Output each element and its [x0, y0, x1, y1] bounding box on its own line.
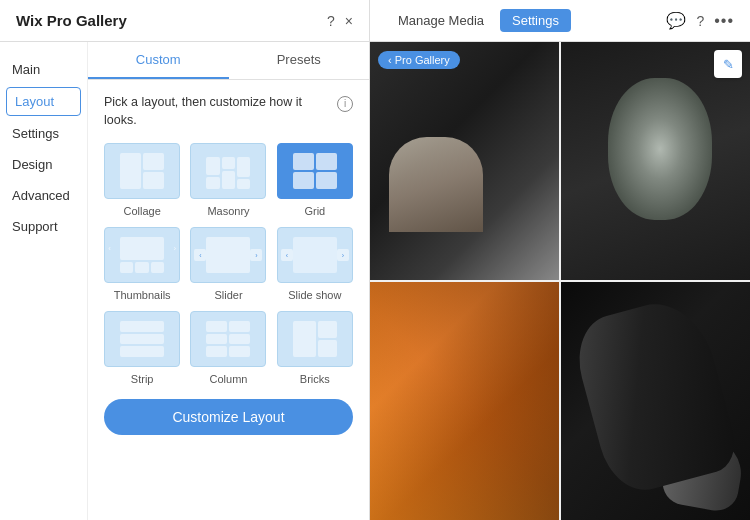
gallery-cell-1 [370, 42, 559, 280]
layout-item-strip[interactable]: Strip [104, 311, 180, 385]
layout-item-collage[interactable]: Collage [104, 143, 180, 217]
layout-thumb-strip [104, 311, 180, 367]
top-bar-right-icons: 💬 ? ••• [666, 11, 734, 30]
layout-item-masonry[interactable]: Masonry [190, 143, 266, 217]
edit-icon[interactable]: ✎ [714, 50, 742, 78]
layout-item-column[interactable]: Column [190, 311, 266, 385]
pro-gallery-badge[interactable]: ‹ Pro Gallery [378, 51, 460, 69]
sidebar-nav: Main Layout Settings Design Advanced Sup… [0, 42, 88, 520]
layout-label-column: Column [210, 373, 248, 385]
panel-body: Pick a layout, then customize how it loo… [88, 80, 369, 520]
more-icon[interactable]: ••• [714, 12, 734, 30]
layout-label-slider: Slider [214, 289, 242, 301]
panel-content: Custom Presets Pick a layout, then custo… [88, 42, 369, 520]
left-panel-inner: Main Layout Settings Design Advanced Sup… [0, 42, 369, 520]
help-icon[interactable]: ? [327, 13, 335, 29]
layout-thumb-thumbnails: ‹ › [104, 227, 180, 283]
gallery-cell-3 [370, 282, 559, 520]
right-panel: ‹ Pro Gallery ✎ [370, 42, 750, 520]
layout-label-collage: Collage [124, 205, 161, 217]
top-bar-left-icons: ? × [327, 13, 353, 29]
tab-presets[interactable]: Presets [229, 42, 370, 79]
layout-tabs: Custom Presets [88, 42, 369, 80]
layout-item-grid[interactable]: Grid [277, 143, 353, 217]
question-icon[interactable]: ? [696, 13, 704, 29]
layout-item-bricks[interactable]: Bricks [277, 311, 353, 385]
layout-thumb-masonry [190, 143, 266, 199]
layout-grid: Collage [104, 143, 353, 385]
layout-thumb-slideshow: ‹ › [277, 227, 353, 283]
info-icon[interactable]: i [337, 96, 353, 112]
gallery-header: ‹ Pro Gallery [378, 50, 460, 68]
sidebar-item-design[interactable]: Design [0, 149, 87, 180]
layout-thumb-slider: ‹ › [190, 227, 266, 283]
close-icon[interactable]: × [345, 13, 353, 29]
layout-thumb-column [190, 311, 266, 367]
layout-label-thumbnails: Thumbnails [114, 289, 171, 301]
left-panel: Main Layout Settings Design Advanced Sup… [0, 42, 370, 520]
customize-layout-button[interactable]: Customize Layout [104, 399, 353, 435]
app-title: Wix Pro Gallery [16, 12, 327, 29]
sidebar-item-support[interactable]: Support [0, 211, 87, 242]
layout-thumb-bricks [277, 311, 353, 367]
layout-label-grid: Grid [304, 205, 325, 217]
gallery-grid [370, 42, 750, 520]
sidebar-item-main[interactable]: Main [0, 54, 87, 85]
top-bar-right: Manage Media Settings 💬 ? ••• [370, 0, 750, 41]
tab-manage-media[interactable]: Manage Media [386, 9, 496, 32]
gallery-cell-4 [561, 282, 750, 520]
layout-item-slider[interactable]: ‹ › Slider [190, 227, 266, 301]
layout-label-slideshow: Slide show [288, 289, 341, 301]
layout-item-slideshow[interactable]: ‹ › Slide show [277, 227, 353, 301]
comment-icon[interactable]: 💬 [666, 11, 686, 30]
tab-custom[interactable]: Custom [88, 42, 229, 79]
layout-thumb-collage [104, 143, 180, 199]
layout-label-bricks: Bricks [300, 373, 330, 385]
sidebar-item-settings[interactable]: Settings [0, 118, 87, 149]
main-content: Main Layout Settings Design Advanced Sup… [0, 42, 750, 520]
top-bar-left: Wix Pro Gallery ? × [0, 0, 370, 41]
pick-layout-description: Pick a layout, then customize how it loo… [104, 94, 353, 129]
sidebar-item-advanced[interactable]: Advanced [0, 180, 87, 211]
layout-label-masonry: Masonry [207, 205, 249, 217]
layout-thumb-grid [277, 143, 353, 199]
layout-item-thumbnails[interactable]: ‹ › Thumbnails [104, 227, 180, 301]
tab-settings[interactable]: Settings [500, 9, 571, 32]
sidebar-item-layout[interactable]: Layout [6, 87, 81, 116]
layout-label-strip: Strip [131, 373, 154, 385]
top-bar: Wix Pro Gallery ? × Manage Media Setting… [0, 0, 750, 42]
